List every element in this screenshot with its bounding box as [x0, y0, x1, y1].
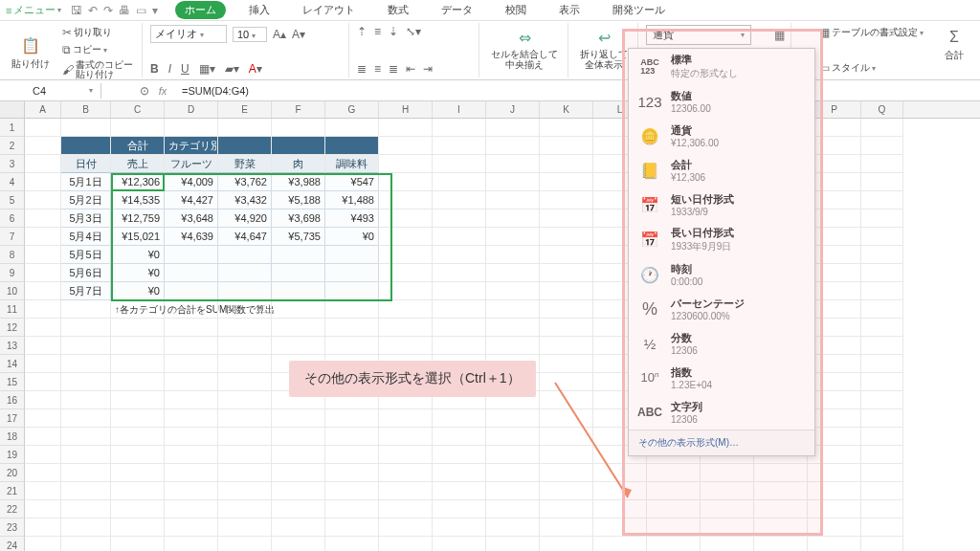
row-header[interactable]: 10: [0, 282, 25, 300]
cell[interactable]: [486, 428, 540, 446]
cell[interactable]: [325, 264, 379, 282]
row-header[interactable]: 2: [0, 137, 25, 155]
cell[interactable]: [433, 173, 486, 191]
cell[interactable]: [272, 319, 325, 337]
cell[interactable]: [861, 373, 903, 391]
cell[interactable]: [61, 500, 111, 518]
format-option-数値[interactable]: 123数値12306.00: [629, 84, 814, 119]
cell[interactable]: [379, 409, 433, 428]
cell[interactable]: [25, 500, 61, 518]
cell[interactable]: [486, 446, 540, 464]
cell[interactable]: ¥547: [325, 173, 379, 191]
cell[interactable]: 5月4日: [61, 228, 111, 246]
cell[interactable]: ¥0: [111, 282, 165, 300]
cell[interactable]: [808, 518, 861, 537]
cell[interactable]: [61, 391, 111, 409]
tab-レイアウト[interactable]: レイアウト: [293, 1, 365, 19]
cell[interactable]: [325, 500, 379, 518]
cell[interactable]: [433, 500, 486, 518]
table-grid-icon[interactable]: ▦: [774, 29, 785, 42]
tab-ホーム[interactable]: ホーム: [175, 1, 226, 19]
cell[interactable]: [272, 464, 325, 482]
cell[interactable]: [540, 518, 593, 537]
cell[interactable]: [379, 300, 433, 319]
col-header-B[interactable]: B: [61, 101, 111, 118]
cell[interactable]: [486, 482, 540, 500]
cell[interactable]: [647, 500, 701, 518]
col-header-J[interactable]: J: [486, 101, 540, 118]
insert-function-icon[interactable]: ⊙: [140, 84, 149, 98]
cell[interactable]: [325, 464, 379, 482]
cell[interactable]: [165, 464, 218, 482]
undo-icon[interactable]: ↶: [88, 4, 98, 17]
cell[interactable]: [433, 518, 486, 537]
cell[interactable]: ¥4,647: [218, 228, 272, 246]
cell[interactable]: [808, 246, 861, 264]
align-top-icon[interactable]: ⇡: [357, 25, 367, 38]
cell[interactable]: ¥3,648: [165, 209, 218, 228]
cell[interactable]: 5月3日: [61, 209, 111, 228]
row-header[interactable]: 16: [0, 391, 25, 409]
cell[interactable]: [486, 209, 540, 228]
cell[interactable]: [165, 537, 218, 551]
cell[interactable]: [25, 319, 61, 337]
cell[interactable]: [486, 409, 540, 428]
cell[interactable]: [808, 282, 861, 300]
align-middle-icon[interactable]: ≡: [374, 25, 381, 38]
cell[interactable]: ¥3,698: [272, 209, 325, 228]
cell[interactable]: [61, 428, 111, 446]
cell[interactable]: [433, 209, 486, 228]
cell[interactable]: [701, 500, 754, 518]
cell[interactable]: [111, 446, 165, 464]
cell[interactable]: ¥4,009: [165, 173, 218, 191]
tab-データ[interactable]: データ: [432, 1, 482, 19]
tab-開発ツール[interactable]: 開発ツール: [603, 1, 675, 19]
format-option-長い日付形式[interactable]: 📅長い日付形式1933年9月9日: [629, 222, 814, 257]
cell[interactable]: [861, 446, 903, 464]
fill-color-button[interactable]: ▰▾: [225, 62, 239, 76]
cell[interactable]: [861, 119, 903, 137]
cell[interactable]: [218, 246, 272, 264]
cell[interactable]: [111, 355, 165, 373]
cell[interactable]: [861, 518, 903, 537]
tab-表示[interactable]: 表示: [549, 1, 590, 19]
cell[interactable]: [272, 500, 325, 518]
cell[interactable]: ¥4,920: [218, 209, 272, 228]
cell[interactable]: [111, 119, 165, 137]
cell[interactable]: [25, 355, 61, 373]
cell[interactable]: [379, 246, 433, 264]
cell[interactable]: 5月6日: [61, 264, 111, 282]
indent-inc-icon[interactable]: ⇥: [423, 62, 433, 76]
row-header[interactable]: 13: [0, 337, 25, 355]
cell[interactable]: [61, 300, 111, 319]
cell[interactable]: [808, 319, 861, 337]
cell[interactable]: [325, 409, 379, 428]
cell[interactable]: [861, 464, 903, 482]
col-header-Q[interactable]: Q: [861, 101, 903, 118]
cell[interactable]: [272, 446, 325, 464]
cell[interactable]: [486, 137, 540, 155]
cell[interactable]: [325, 300, 379, 319]
cell[interactable]: [325, 446, 379, 464]
cell[interactable]: [272, 428, 325, 446]
cell[interactable]: [61, 409, 111, 428]
cell[interactable]: [433, 246, 486, 264]
cell[interactable]: [165, 391, 218, 409]
italic-button[interactable]: I: [168, 62, 171, 76]
cell[interactable]: [325, 518, 379, 537]
cell[interactable]: [754, 518, 808, 537]
col-header-H[interactable]: H: [379, 101, 433, 118]
cell[interactable]: [218, 537, 272, 551]
cell[interactable]: [861, 428, 903, 446]
cell[interactable]: [218, 337, 272, 355]
cell[interactable]: [111, 409, 165, 428]
cell[interactable]: [540, 119, 593, 137]
merge-center-button[interactable]: ⇔ セルを結合して 中央揃え: [487, 25, 562, 72]
row-header[interactable]: 12: [0, 319, 25, 337]
cell[interactable]: [861, 319, 903, 337]
col-header-K[interactable]: K: [540, 101, 593, 118]
cell[interactable]: [218, 518, 272, 537]
cell[interactable]: [647, 537, 701, 551]
cell[interactable]: 5月1日: [61, 173, 111, 191]
row-header[interactable]: 14: [0, 355, 25, 373]
